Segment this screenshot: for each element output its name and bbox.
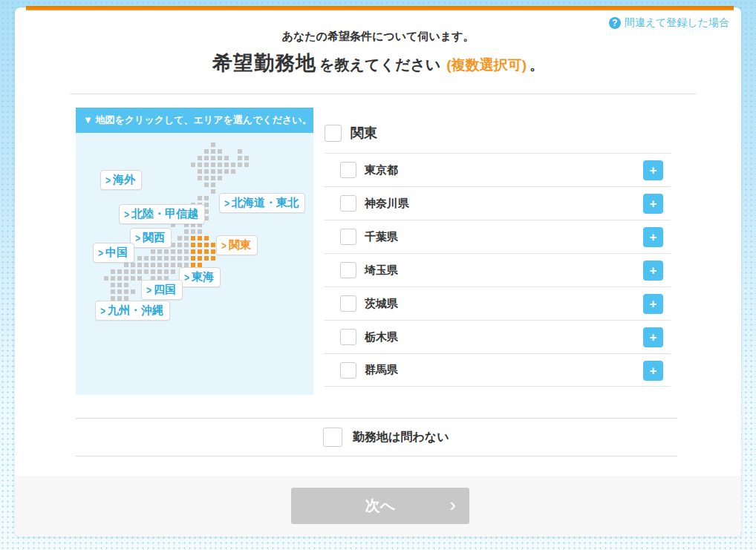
map-dot xyxy=(151,256,155,261)
map-dot xyxy=(111,289,115,294)
region-button[interactable]: >関東 xyxy=(216,235,258,255)
map-dot xyxy=(204,256,209,261)
question-icon: ? xyxy=(609,17,621,29)
add-prefecture-button[interactable]: + xyxy=(643,261,663,281)
add-prefecture-button[interactable]: + xyxy=(643,361,663,381)
map-dot xyxy=(137,269,142,274)
map-dot xyxy=(191,243,195,247)
map-dot xyxy=(157,269,162,274)
title-rest: を教えてください xyxy=(319,55,440,75)
map-dot xyxy=(211,163,215,167)
region-button-label: 東海 xyxy=(192,270,214,284)
map-dot xyxy=(198,249,202,254)
prefecture-row: 千葉県+ xyxy=(325,220,671,253)
prefecture-checkbox[interactable] xyxy=(340,195,356,212)
map-dot xyxy=(204,183,209,187)
map-dot xyxy=(231,169,235,174)
map-dot xyxy=(111,269,115,274)
chevron-right-icon: > xyxy=(146,284,151,296)
region-button[interactable]: >海外 xyxy=(100,170,142,190)
region-button[interactable]: >関西 xyxy=(130,228,172,248)
region-button-label: 北海道・東北 xyxy=(232,196,299,210)
map-dot xyxy=(198,169,202,174)
map-dot xyxy=(198,256,202,261)
region-group-row: 関東 xyxy=(325,112,671,145)
add-prefecture-button[interactable]: + xyxy=(643,327,663,347)
map-dot xyxy=(117,269,122,274)
map-dot xyxy=(211,143,215,147)
add-prefecture-button[interactable]: + xyxy=(643,160,663,180)
map-dot xyxy=(218,176,222,180)
region-button[interactable]: >北海道・東北 xyxy=(219,193,305,213)
region-button-label: 四国 xyxy=(154,283,176,297)
prefecture-checkbox[interactable] xyxy=(340,262,356,278)
region-button[interactable]: >中国 xyxy=(93,243,134,263)
map-panel: ▼ 地図をクリックして、エリアを選んでください。 >海外>北海道・東北>北陸・甲… xyxy=(76,108,313,395)
map-dot xyxy=(111,276,115,281)
region-button-label: 関西 xyxy=(143,231,165,245)
prefecture-checkbox[interactable] xyxy=(340,329,356,345)
map-dot xyxy=(157,256,162,261)
prefecture-label: 神奈川県 xyxy=(365,197,409,211)
prefecture-checkbox[interactable] xyxy=(340,295,356,312)
map-dot xyxy=(211,249,215,254)
map-dot xyxy=(224,163,229,167)
prefecture-row: 栃木県+ xyxy=(325,320,671,353)
map-dot xyxy=(184,236,189,240)
map-dot xyxy=(184,229,189,234)
next-button-label: 次へ xyxy=(365,497,395,514)
region-button-label: 関東 xyxy=(229,238,251,252)
map-dot xyxy=(238,156,242,160)
prefecture-checkbox[interactable] xyxy=(340,362,356,379)
map-dot xyxy=(211,243,215,247)
next-button[interactable]: 次へ › xyxy=(291,488,469,524)
chevron-right-icon: > xyxy=(105,174,111,186)
title-note: (複数選択可) xyxy=(446,56,527,75)
map-dot xyxy=(171,249,175,254)
map-dot xyxy=(191,249,195,254)
map-dot xyxy=(184,256,189,261)
map-dot xyxy=(191,163,195,167)
map-dot xyxy=(231,163,235,167)
region-group-checkbox[interactable] xyxy=(325,125,342,142)
map-dot xyxy=(124,276,128,281)
map-dot xyxy=(204,176,209,180)
map-dot xyxy=(157,249,162,254)
any-location-checkbox[interactable] xyxy=(323,428,342,447)
prefecture-checkbox[interactable] xyxy=(340,229,356,245)
map-dot xyxy=(137,256,142,261)
map-dot xyxy=(191,229,195,234)
chevron-right-icon: > xyxy=(184,271,189,284)
map-dot xyxy=(211,156,215,160)
prefecture-checkbox[interactable] xyxy=(340,162,356,178)
map-dot xyxy=(164,263,169,267)
region-group-label: 関東 xyxy=(351,124,377,142)
map-dot xyxy=(124,269,128,274)
prefecture-label: 埼玉県 xyxy=(365,263,398,278)
add-prefecture-button[interactable]: + xyxy=(643,294,663,314)
map-dot xyxy=(224,169,229,174)
region-button[interactable]: >四国 xyxy=(141,280,183,300)
map-dot xyxy=(177,236,182,240)
title-period: 。 xyxy=(529,56,544,75)
add-prefecture-button[interactable]: + xyxy=(643,227,663,247)
prefecture-list: 東京都+神奈川県+千葉県+埼玉県+茨城県+栃木県+群馬県+ xyxy=(325,153,671,387)
region-button[interactable]: >東海 xyxy=(179,267,221,287)
prefecture-label: 東京都 xyxy=(365,163,398,177)
help-link[interactable]: ? 間違えて登録した場合 xyxy=(609,16,729,30)
prefecture-label: 千葉県 xyxy=(365,230,398,244)
chevron-right-icon: > xyxy=(135,232,140,244)
map-panel-header: ▼ 地図をクリックして、エリアを選んでください。 xyxy=(76,108,313,133)
map-dot xyxy=(177,243,182,247)
prefecture-label: 栃木県 xyxy=(365,330,398,344)
map-dot xyxy=(117,289,122,294)
region-button[interactable]: >九州・沖縄 xyxy=(95,301,170,321)
map-dot xyxy=(224,156,229,160)
map-dot xyxy=(198,163,202,167)
chevron-right-icon: > xyxy=(98,246,103,259)
map-dot xyxy=(131,276,135,281)
add-prefecture-button[interactable]: + xyxy=(643,194,663,214)
map-dot xyxy=(198,196,202,200)
japan-pixel-map[interactable]: >海外>北海道・東北>北陸・甲信越>関西>関東>中国>東海>四国>九州・沖縄 xyxy=(76,133,313,395)
region-button[interactable]: >北陸・甲信越 xyxy=(119,204,205,224)
